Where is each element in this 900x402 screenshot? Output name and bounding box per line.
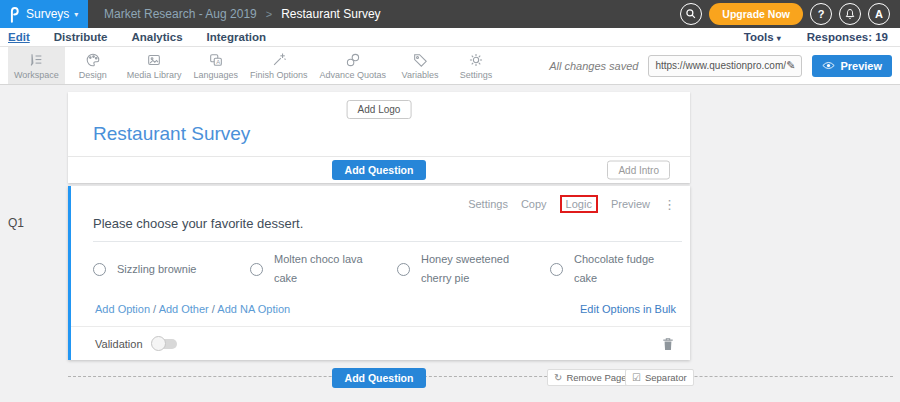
- tab-settings[interactable]: Settings: [448, 47, 504, 84]
- add-na-option-link[interactable]: Add NA Option: [217, 303, 290, 315]
- toolbar-right: All changes saved ✎ Preview: [549, 47, 900, 84]
- svg-text:A: A: [216, 58, 220, 64]
- notifications-button[interactable]: [839, 3, 861, 25]
- toolbar-item-label: Settings: [460, 70, 493, 80]
- delete-question-button[interactable]: [662, 337, 674, 351]
- add-question-button-bottom[interactable]: Add Question: [332, 368, 427, 388]
- search-button[interactable]: [680, 3, 702, 25]
- breadcrumb: Market Research - Aug 2019 > Restaurant …: [104, 7, 381, 21]
- bell-icon: [844, 8, 856, 20]
- nav-right: Tools ▾ Responses: 19: [744, 31, 900, 43]
- answer-option-label[interactable]: Honey sweetened cherry pie: [421, 250, 521, 289]
- preview-button-label: Preview: [840, 60, 882, 72]
- checked-checkbox-icon: ☑: [632, 373, 641, 383]
- toolbar-item-label: Design: [79, 70, 107, 80]
- responses-count[interactable]: Responses: 19: [807, 31, 888, 43]
- nav-item-distribute[interactable]: Distribute: [54, 31, 108, 43]
- tab-finish-options[interactable]: Finish Options: [244, 47, 314, 84]
- breadcrumb-current: Restaurant Survey: [281, 7, 380, 21]
- toolbar-item-label: Advance Quotas: [319, 70, 386, 80]
- question-text-input[interactable]: Please choose your favorite dessert.: [93, 216, 682, 242]
- tab-design[interactable]: Design: [65, 47, 121, 84]
- add-logo-button[interactable]: Add Logo: [347, 100, 412, 119]
- tab-workspace[interactable]: Workspace: [8, 47, 65, 84]
- save-status: All changes saved: [549, 60, 638, 72]
- chevron-down-icon: ▾: [74, 10, 78, 19]
- surveys-menu[interactable]: Surveys ▾: [0, 0, 88, 28]
- nav-item-integration[interactable]: Integration: [207, 31, 266, 43]
- toolbar-item-label: Variables: [402, 70, 439, 80]
- radio-button-icon[interactable]: [397, 263, 410, 276]
- answer-options: Sizzling brownie Molten choco lava cake …: [93, 250, 684, 289]
- questionpro-app: Surveys ▾ Market Research - Aug 2019 > R…: [0, 0, 900, 402]
- validation-toggle[interactable]: [153, 339, 177, 349]
- preview-button[interactable]: Preview: [812, 55, 892, 77]
- answer-option[interactable]: Chocolate fudge cake: [550, 250, 684, 289]
- upgrade-now-button[interactable]: Upgrade Now: [709, 3, 803, 25]
- help-button[interactable]: ?: [810, 3, 832, 25]
- question-preview-link[interactable]: Preview: [611, 198, 650, 210]
- radio-button-icon[interactable]: [93, 263, 106, 276]
- tag-icon: [412, 51, 428, 68]
- option-add-links: Add Option / Add Other / Add NA Option: [95, 303, 290, 315]
- toolbar-item-label: Workspace: [14, 70, 59, 80]
- survey-title[interactable]: Restaurant Survey: [93, 123, 250, 145]
- search-icon: [685, 8, 697, 20]
- tools-dropdown[interactable]: Tools ▾: [744, 31, 781, 43]
- survey-url-input[interactable]: [655, 60, 786, 71]
- languages-icon: A: [208, 51, 224, 68]
- add-other-link[interactable]: Add Other: [159, 303, 209, 315]
- toggle-knob: [151, 336, 166, 351]
- separator-button[interactable]: ☑ Separator: [625, 369, 694, 386]
- answer-option[interactable]: Honey sweetened cherry pie: [397, 250, 550, 289]
- eye-icon: [822, 61, 835, 70]
- radio-button-icon[interactable]: [550, 263, 563, 276]
- nav-item-edit[interactable]: Edit: [8, 31, 30, 43]
- answer-option[interactable]: Sizzling brownie: [93, 250, 250, 289]
- trash-icon: [662, 337, 674, 351]
- toolbar-item-label: Finish Options: [250, 70, 308, 80]
- answer-option-label[interactable]: Molten choco lava cake: [274, 250, 374, 289]
- surveys-menu-label: Surveys: [26, 7, 69, 21]
- refresh-icon: ↻: [554, 373, 562, 383]
- edit-options-in-bulk-link[interactable]: Edit Options in Bulk: [580, 303, 676, 315]
- nav-item-analytics[interactable]: Analytics: [131, 31, 182, 43]
- add-question-button-top[interactable]: Add Question: [332, 160, 427, 180]
- question-logic-link-highlighted[interactable]: Logic: [560, 195, 598, 213]
- breadcrumb-separator-icon: >: [266, 8, 272, 20]
- gear-icon: [468, 51, 484, 68]
- workspace-icon: [28, 51, 44, 68]
- links-separator: /: [153, 303, 156, 315]
- tab-advance-quotas[interactable]: Advance Quotas: [313, 47, 392, 84]
- answer-option-label[interactable]: Sizzling brownie: [117, 260, 217, 279]
- survey-header-card: Add Logo Restaurant Survey Add Question …: [68, 92, 690, 183]
- avatar[interactable]: A: [868, 3, 890, 25]
- tab-media-library[interactable]: Media Library: [121, 47, 188, 84]
- chain-links-icon: [345, 51, 361, 68]
- main-nav: Edit Distribute Analytics Integration To…: [0, 28, 900, 47]
- breadcrumb-parent[interactable]: Market Research - Aug 2019: [104, 7, 257, 21]
- tab-languages[interactable]: A Languages: [187, 47, 244, 84]
- survey-url-box: ✎: [648, 55, 802, 77]
- question-card: Settings Copy Logic Preview ⋮ Please cho…: [68, 186, 690, 360]
- tab-variables[interactable]: Variables: [392, 47, 448, 84]
- answer-option[interactable]: Molten choco lava cake: [250, 250, 397, 289]
- radio-button-icon[interactable]: [250, 263, 263, 276]
- kebab-menu-icon[interactable]: ⋮: [663, 198, 676, 211]
- question-copy-link[interactable]: Copy: [521, 198, 547, 210]
- links-separator: /: [212, 303, 215, 315]
- question-settings-link[interactable]: Settings: [468, 198, 508, 210]
- answer-option-label[interactable]: Chocolate fudge cake: [574, 250, 674, 289]
- toolbar-item-label: Languages: [193, 70, 238, 80]
- top-bar-actions: Upgrade Now ? A: [680, 3, 900, 25]
- question-actions: Settings Copy Logic Preview ⋮: [468, 195, 676, 213]
- validation-label: Validation: [95, 338, 143, 350]
- questionpro-logo-icon: [8, 6, 21, 23]
- add-option-link[interactable]: Add Option: [95, 303, 150, 315]
- media-library-icon: [146, 51, 162, 68]
- question-number-label: Q1: [8, 216, 24, 230]
- magic-wand-icon: [271, 51, 287, 68]
- survey-header-footer: Add Question Add Intro: [68, 156, 690, 183]
- edit-url-pencil-icon[interactable]: ✎: [786, 59, 795, 72]
- add-intro-button[interactable]: Add Intro: [607, 161, 670, 180]
